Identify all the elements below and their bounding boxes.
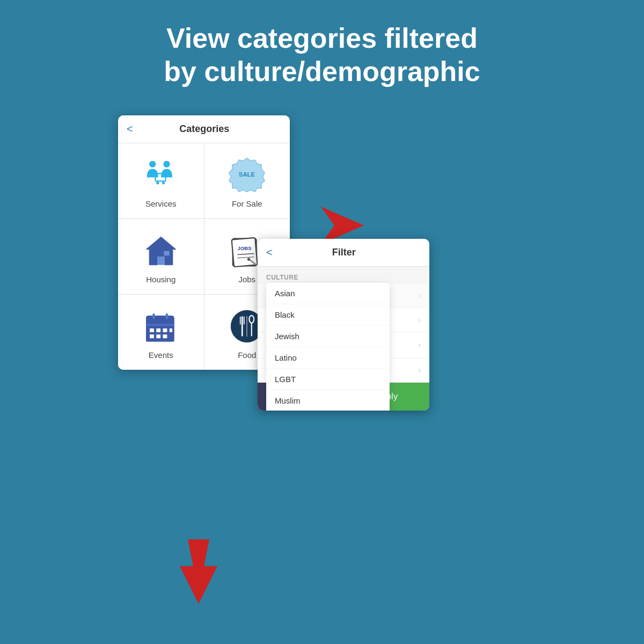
culture-dropdown: Asian Black Jewish Latino LGBT Muslim Wo…: [266, 283, 390, 411]
svg-text:JOBS: JOBS: [238, 245, 252, 251]
headline: View categories filtered by culture/demo…: [0, 0, 644, 105]
dropdown-black[interactable]: Black: [266, 304, 390, 326]
svg-rect-25: [163, 328, 167, 332]
partial-chevron-3: ›: [418, 340, 421, 350]
housing-label: Housing: [146, 275, 175, 284]
svg-point-0: [149, 161, 156, 167]
food-label: Food: [238, 350, 256, 360]
category-services[interactable]: Services: [118, 143, 204, 218]
category-events[interactable]: Events: [118, 295, 204, 370]
category-housing[interactable]: Housing: [118, 219, 204, 294]
partial-chevron-1: ›: [418, 291, 421, 301]
svg-point-4: [162, 182, 165, 185]
forsale-label: For Sale: [232, 199, 262, 208]
headline-line1: View categories filtered: [32, 21, 612, 55]
housing-icon: [142, 232, 180, 269]
categories-back-button[interactable]: <: [127, 123, 133, 135]
filter-title: Filter: [278, 247, 421, 258]
culture-section: CULTURE: [258, 267, 429, 284]
svg-rect-26: [170, 328, 172, 332]
filter-back-button[interactable]: <: [266, 246, 273, 259]
jobs-label: Jobs: [238, 275, 255, 284]
filter-header: < Filter: [258, 239, 429, 267]
svg-rect-30: [152, 313, 155, 319]
services-label: Services: [145, 199, 177, 208]
dropdown-lgbt[interactable]: LGBT: [266, 369, 390, 390]
headline-line2: by culture/demographic: [32, 55, 612, 88]
dropdown-latino[interactable]: Latino: [266, 347, 390, 369]
svg-rect-31: [166, 313, 168, 319]
svg-rect-21: [146, 324, 174, 341]
svg-rect-27: [150, 335, 154, 339]
svg-rect-9: [157, 257, 165, 265]
arrow-down: [177, 539, 220, 606]
screens-container: < Categories Services: [0, 105, 644, 566]
partial-chevron-housing: ›: [418, 365, 421, 375]
svg-rect-28: [156, 335, 160, 339]
svg-text:SALE: SALE: [239, 171, 255, 178]
dropdown-asian[interactable]: Asian: [266, 283, 390, 304]
categories-title: Categories: [138, 123, 281, 135]
svg-point-3: [156, 182, 159, 185]
svg-rect-24: [156, 328, 160, 332]
partial-chevron-2: ›: [418, 315, 421, 325]
services-icon: [142, 156, 180, 194]
filter-screen: < Filter CULTURE ► › Asian Black Jewish …: [258, 239, 429, 411]
dropdown-muslim[interactable]: Muslim: [266, 390, 390, 411]
forsale-icon: SALE: [228, 156, 266, 194]
svg-point-17: [247, 258, 250, 261]
svg-rect-23: [150, 328, 154, 332]
culture-label: CULTURE: [266, 274, 298, 281]
dropdown-jewish[interactable]: Jewish: [266, 326, 390, 347]
svg-marker-42: [180, 539, 217, 604]
categories-header: < Categories: [118, 115, 290, 143]
svg-rect-10: [164, 251, 170, 256]
events-icon: [142, 308, 180, 345]
svg-point-1: [163, 161, 170, 167]
category-forsale[interactable]: SALE For Sale: [204, 143, 290, 218]
svg-rect-22: [146, 324, 174, 326]
events-label: Events: [149, 350, 173, 360]
svg-rect-29: [163, 335, 167, 339]
